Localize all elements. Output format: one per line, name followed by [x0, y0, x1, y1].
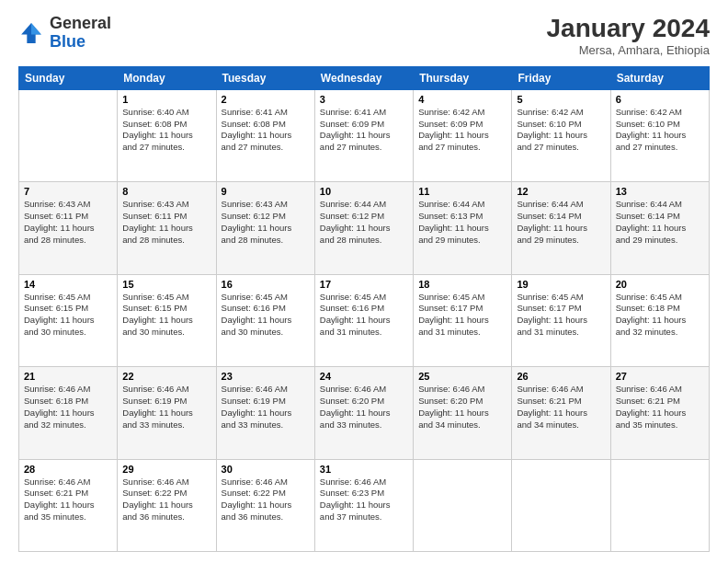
header-friday: Friday	[512, 66, 610, 89]
calendar-cell	[414, 459, 512, 551]
day-number: 19	[517, 279, 605, 290]
day-info: Sunrise: 6:44 AMSunset: 6:13 PMDaylight:…	[418, 199, 506, 246]
day-info: Sunrise: 6:45 AMSunset: 6:17 PMDaylight:…	[418, 292, 506, 339]
day-info: Sunrise: 6:46 AMSunset: 6:19 PMDaylight:…	[122, 384, 210, 431]
day-number: 10	[320, 186, 408, 197]
day-info: Sunrise: 6:45 AMSunset: 6:15 PMDaylight:…	[24, 292, 112, 339]
calendar-cell: 7Sunrise: 6:43 AMSunset: 6:11 PMDaylight…	[19, 182, 118, 274]
day-info: Sunrise: 6:45 AMSunset: 6:16 PMDaylight:…	[222, 292, 310, 339]
header-tuesday: Tuesday	[216, 66, 314, 89]
calendar-cell	[512, 459, 610, 551]
day-number: 7	[24, 186, 112, 197]
day-info: Sunrise: 6:41 AMSunset: 6:09 PMDaylight:…	[320, 107, 408, 154]
calendar-cell: 4Sunrise: 6:42 AMSunset: 6:09 PMDaylight…	[414, 89, 512, 181]
day-info: Sunrise: 6:44 AMSunset: 6:14 PMDaylight:…	[616, 199, 704, 246]
day-info: Sunrise: 6:41 AMSunset: 6:08 PMDaylight:…	[222, 107, 310, 154]
calendar-cell: 25Sunrise: 6:46 AMSunset: 6:20 PMDayligh…	[414, 367, 512, 459]
day-info: Sunrise: 6:42 AMSunset: 6:10 PMDaylight:…	[616, 107, 704, 154]
day-info: Sunrise: 6:46 AMSunset: 6:21 PMDaylight:…	[24, 477, 112, 523]
week-row-3: 21Sunrise: 6:46 AMSunset: 6:18 PMDayligh…	[19, 367, 710, 459]
day-info: Sunrise: 6:46 AMSunset: 6:20 PMDaylight:…	[418, 384, 506, 431]
day-number: 14	[24, 279, 112, 290]
day-number: 29	[122, 464, 210, 475]
day-number: 3	[320, 94, 408, 105]
week-row-2: 14Sunrise: 6:45 AMSunset: 6:15 PMDayligh…	[19, 274, 710, 366]
calendar-cell: 2Sunrise: 6:41 AMSunset: 6:08 PMDaylight…	[216, 89, 314, 181]
calendar-cell: 28Sunrise: 6:46 AMSunset: 6:21 PMDayligh…	[19, 459, 118, 551]
calendar-cell: 10Sunrise: 6:44 AMSunset: 6:12 PMDayligh…	[314, 182, 413, 274]
day-number: 15	[122, 279, 210, 290]
calendar-cell: 6Sunrise: 6:42 AMSunset: 6:10 PMDaylight…	[610, 89, 709, 181]
calendar-cell: 13Sunrise: 6:44 AMSunset: 6:14 PMDayligh…	[610, 182, 709, 274]
day-info: Sunrise: 6:44 AMSunset: 6:14 PMDaylight:…	[517, 199, 605, 246]
calendar-cell: 30Sunrise: 6:46 AMSunset: 6:22 PMDayligh…	[216, 459, 314, 551]
day-number: 9	[222, 186, 310, 197]
day-number: 20	[616, 279, 704, 290]
week-row-1: 7Sunrise: 6:43 AMSunset: 6:11 PMDaylight…	[19, 182, 710, 274]
calendar-cell: 14Sunrise: 6:45 AMSunset: 6:15 PMDayligh…	[19, 274, 118, 366]
calendar-cell: 16Sunrise: 6:45 AMSunset: 6:16 PMDayligh…	[216, 274, 314, 366]
day-number: 11	[418, 186, 506, 197]
day-number: 16	[222, 279, 310, 290]
week-row-4: 28Sunrise: 6:46 AMSunset: 6:21 PMDayligh…	[19, 459, 710, 551]
svg-marker-1	[31, 23, 41, 34]
day-info: Sunrise: 6:43 AMSunset: 6:12 PMDaylight:…	[222, 199, 310, 246]
day-number: 13	[616, 186, 704, 197]
header-saturday: Saturday	[610, 66, 709, 89]
calendar-header-row: SundayMondayTuesdayWednesdayThursdayFrid…	[19, 66, 710, 89]
day-number: 24	[320, 371, 408, 382]
calendar-cell: 20Sunrise: 6:45 AMSunset: 6:18 PMDayligh…	[610, 274, 709, 366]
header: General Blue January 2024 Mersa, Amhara,…	[18, 15, 710, 57]
calendar-cell: 9Sunrise: 6:43 AMSunset: 6:12 PMDaylight…	[216, 182, 314, 274]
day-info: Sunrise: 6:46 AMSunset: 6:21 PMDaylight:…	[616, 384, 704, 431]
day-info: Sunrise: 6:45 AMSunset: 6:17 PMDaylight:…	[517, 292, 605, 339]
day-number: 22	[122, 371, 210, 382]
day-info: Sunrise: 6:43 AMSunset: 6:11 PMDaylight:…	[122, 199, 210, 246]
calendar-cell: 12Sunrise: 6:44 AMSunset: 6:14 PMDayligh…	[512, 182, 610, 274]
calendar-cell: 31Sunrise: 6:46 AMSunset: 6:23 PMDayligh…	[314, 459, 413, 551]
day-number: 27	[616, 371, 704, 382]
calendar-cell: 24Sunrise: 6:46 AMSunset: 6:20 PMDayligh…	[314, 367, 413, 459]
calendar-cell: 19Sunrise: 6:45 AMSunset: 6:17 PMDayligh…	[512, 274, 610, 366]
location: Mersa, Amhara, Ethiopia	[547, 43, 710, 57]
day-info: Sunrise: 6:45 AMSunset: 6:15 PMDaylight:…	[122, 292, 210, 339]
day-info: Sunrise: 6:46 AMSunset: 6:22 PMDaylight:…	[222, 477, 310, 523]
calendar-cell: 3Sunrise: 6:41 AMSunset: 6:09 PMDaylight…	[314, 89, 413, 181]
calendar-cell: 27Sunrise: 6:46 AMSunset: 6:21 PMDayligh…	[610, 367, 709, 459]
calendar-cell: 11Sunrise: 6:44 AMSunset: 6:13 PMDayligh…	[414, 182, 512, 274]
calendar-cell: 5Sunrise: 6:42 AMSunset: 6:10 PMDaylight…	[512, 89, 610, 181]
day-number: 4	[418, 94, 506, 105]
calendar-cell	[19, 89, 118, 181]
calendar-cell: 26Sunrise: 6:46 AMSunset: 6:21 PMDayligh…	[512, 367, 610, 459]
calendar-cell: 23Sunrise: 6:46 AMSunset: 6:19 PMDayligh…	[216, 367, 314, 459]
day-number: 6	[616, 94, 704, 105]
day-info: Sunrise: 6:45 AMSunset: 6:16 PMDaylight:…	[320, 292, 408, 339]
day-info: Sunrise: 6:46 AMSunset: 6:22 PMDaylight:…	[122, 477, 210, 523]
day-info: Sunrise: 6:45 AMSunset: 6:18 PMDaylight:…	[616, 292, 704, 339]
title-block: January 2024 Mersa, Amhara, Ethiopia	[547, 15, 710, 57]
header-thursday: Thursday	[414, 66, 512, 89]
day-info: Sunrise: 6:43 AMSunset: 6:11 PMDaylight:…	[24, 199, 112, 246]
day-number: 8	[122, 186, 210, 197]
day-number: 2	[222, 94, 310, 105]
day-info: Sunrise: 6:44 AMSunset: 6:12 PMDaylight:…	[320, 199, 408, 246]
day-number: 21	[24, 371, 112, 382]
day-number: 31	[320, 464, 408, 475]
calendar-cell: 18Sunrise: 6:45 AMSunset: 6:17 PMDayligh…	[414, 274, 512, 366]
page: General Blue January 2024 Mersa, Amhara,…	[0, 0, 728, 563]
day-number: 30	[222, 464, 310, 475]
calendar-table: SundayMondayTuesdayWednesdayThursdayFrid…	[18, 66, 710, 552]
header-monday: Monday	[118, 66, 216, 89]
day-number: 17	[320, 279, 408, 290]
day-number: 12	[517, 186, 605, 197]
day-info: Sunrise: 6:46 AMSunset: 6:19 PMDaylight:…	[222, 384, 310, 431]
logo-icon	[18, 20, 44, 46]
calendar-cell: 15Sunrise: 6:45 AMSunset: 6:15 PMDayligh…	[118, 274, 216, 366]
day-info: Sunrise: 6:46 AMSunset: 6:18 PMDaylight:…	[24, 384, 112, 431]
day-info: Sunrise: 6:42 AMSunset: 6:09 PMDaylight:…	[418, 107, 506, 154]
day-number: 23	[222, 371, 310, 382]
day-number: 18	[418, 279, 506, 290]
header-sunday: Sunday	[19, 66, 118, 89]
day-info: Sunrise: 6:46 AMSunset: 6:23 PMDaylight:…	[320, 477, 408, 523]
day-number: 25	[418, 371, 506, 382]
